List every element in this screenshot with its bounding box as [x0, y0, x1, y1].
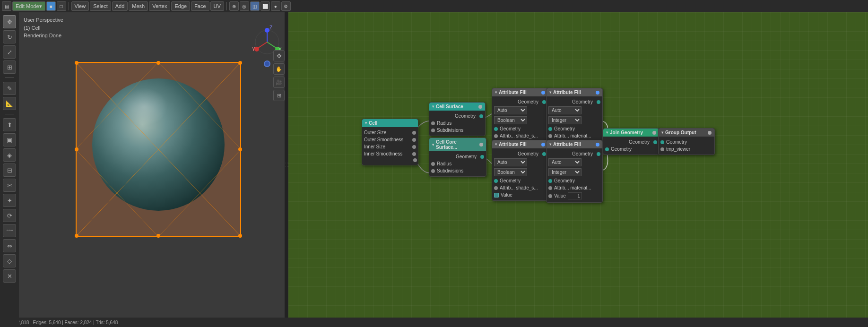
- input-af4-value[interactable]: [568, 192, 582, 199]
- menu-add[interactable]: Add: [112, 1, 128, 11]
- menu-mesh[interactable]: Mesh: [129, 1, 148, 11]
- tool-polypen[interactable]: ✦: [3, 194, 16, 207]
- socket-af1-geo-out[interactable]: [542, 100, 546, 104]
- node-join-geo-header[interactable]: ▾ Join Geometry: [603, 129, 659, 137]
- tool-smooth[interactable]: 〰: [3, 224, 16, 237]
- menu-select[interactable]: Select: [90, 1, 111, 11]
- tool-shrink[interactable]: ⇔: [3, 239, 16, 252]
- socket-cell-surface-geo-out[interactable]: [479, 114, 483, 118]
- select-af4-auto[interactable]: Auto: [548, 158, 582, 166]
- tool-measure[interactable]: 📐: [3, 97, 16, 110]
- mode-icon[interactable]: ▤: [2, 1, 11, 11]
- node-cell-core-surface[interactable]: ▾ Cell Core Surface... Geometry Radius S…: [429, 138, 486, 177]
- node-group-output[interactable]: ▾ Group Output Geometry tmp_viewer: [658, 128, 715, 155]
- proportional-icon[interactable]: ◎: [240, 1, 249, 11]
- socket-cell-core-geo-out[interactable]: [480, 155, 484, 159]
- tool-transform[interactable]: ⊞: [3, 60, 16, 74]
- tool-rotate[interactable]: ↻: [3, 30, 16, 43]
- node-join-geo-title: Join Geometry: [610, 130, 643, 135]
- object-icon-1[interactable]: ■: [46, 1, 56, 11]
- socket-core-radius-in[interactable]: [431, 162, 435, 166]
- menu-uv[interactable]: UV: [210, 1, 224, 11]
- tool-scale[interactable]: ⤢: [3, 45, 16, 59]
- socket-join-geo-out[interactable]: [653, 140, 657, 144]
- tool-inset[interactable]: ▣: [3, 133, 16, 146]
- tool-grid[interactable]: ⊞: [273, 90, 285, 101]
- socket-af2-geo-out[interactable]: [597, 100, 600, 104]
- xray-icon[interactable]: ⬜: [260, 1, 270, 11]
- tool-spin[interactable]: ⟳: [3, 209, 16, 222]
- select-af3-boolean[interactable]: Boolean: [494, 168, 527, 176]
- viewport-shade[interactable]: ●: [271, 1, 280, 11]
- socket-af4-geo-in[interactable]: [548, 179, 552, 183]
- socket-cell-out[interactable]: [413, 158, 417, 162]
- socket-af3-attrib[interactable]: [494, 186, 498, 190]
- select-af1-auto[interactable]: Auto: [494, 106, 527, 114]
- tool-rip[interactable]: ✕: [3, 269, 16, 283]
- tool-grab[interactable]: ✋: [273, 63, 285, 75]
- socket-subdiv-in[interactable]: [431, 129, 435, 132]
- node-attr-fill-4-header[interactable]: ▾ Attribute Fill: [547, 140, 602, 148]
- node-attr-fill-3[interactable]: ▾ Attribute Fill Geometry Auto Boolean G…: [492, 140, 548, 201]
- socket-af2-attrib[interactable]: [548, 134, 552, 138]
- settings-icon[interactable]: ⚙: [281, 1, 291, 11]
- socket-af4-value-in[interactable]: [548, 194, 552, 198]
- socket-inner-smooth[interactable]: [412, 152, 416, 156]
- socket-join-geo-in[interactable]: [605, 147, 609, 151]
- snap-icon[interactable]: ⊕: [229, 1, 239, 11]
- menu-vertex[interactable]: Vertex: [149, 1, 170, 11]
- node-join-geometry[interactable]: ▾ Join Geometry Geometry Geometry: [603, 128, 660, 155]
- socket-af2-geo-in[interactable]: [548, 127, 552, 131]
- node-attr-fill-1-header[interactable]: ▾ Attribute Fill: [492, 88, 548, 96]
- socket-af3-geo-in[interactable]: [494, 179, 498, 183]
- node-editor[interactable]: ▾ Cell Outer Size Outer Smoothness Inner…: [288, 12, 868, 318]
- gizmo-perspective-toggle[interactable]: [264, 60, 270, 67]
- node-attr-fill-3-header[interactable]: ▾ Attribute Fill: [492, 140, 548, 148]
- menu-edge[interactable]: Edge: [171, 1, 190, 11]
- socket-af3-geo-out[interactable]: [542, 152, 546, 156]
- viewport-divider[interactable]: ⋮⋮: [285, 12, 288, 318]
- socket-go-tmp-in[interactable]: [660, 147, 664, 151]
- tool-loopcut[interactable]: ⊟: [3, 164, 16, 177]
- checkbox-af3-value[interactable]: [494, 193, 499, 198]
- mode-dropdown[interactable]: Edit Mode ▾: [12, 1, 45, 11]
- overlay-icon[interactable]: ◫: [250, 1, 260, 11]
- tool-knife[interactable]: ✂: [3, 179, 16, 192]
- tool-bevel[interactable]: ◈: [3, 148, 16, 162]
- node-cell-header[interactable]: ▾ Cell: [362, 119, 418, 127]
- tool-cursor[interactable]: ✥: [273, 50, 285, 61]
- select-af2-auto[interactable]: Auto: [548, 106, 582, 114]
- socket-af1-attrib[interactable]: [494, 134, 498, 138]
- tool-extrude[interactable]: ⬆: [3, 118, 16, 131]
- socket-radius-in[interactable]: [431, 121, 435, 125]
- socket-af4-attrib[interactable]: [548, 186, 552, 190]
- viewport-3d[interactable]: User Perspective (1) Cell Rendering Done…: [19, 12, 288, 318]
- select-af4-integer[interactable]: Integer: [548, 168, 582, 176]
- tool-camera[interactable]: 🎥: [273, 77, 285, 88]
- select-af1-boolean[interactable]: Boolean: [494, 116, 527, 124]
- tool-select[interactable]: ✥: [3, 15, 16, 28]
- socket-af4-geo-out[interactable]: [597, 152, 600, 156]
- tool-annotate[interactable]: ✎: [3, 82, 16, 95]
- node-group-output-header[interactable]: ▾ Group Output: [659, 129, 714, 137]
- socket-af1-geo-in[interactable]: [494, 127, 498, 131]
- socket-core-subdiv-in[interactable]: [431, 169, 435, 173]
- node-cell-core-header[interactable]: ▾ Cell Core Surface...: [429, 138, 486, 151]
- socket-outer-size[interactable]: [412, 131, 416, 135]
- tool-shear[interactable]: ◇: [3, 254, 16, 267]
- node-attr-fill-4[interactable]: ▾ Attribute Fill Geometry Auto Integer G…: [546, 140, 603, 203]
- socket-outer-smooth[interactable]: [412, 138, 416, 142]
- node-cell-surface-header[interactable]: ▾ Cell Surface: [429, 103, 485, 111]
- node-attr-fill-2-header[interactable]: ▾ Attribute Fill: [547, 88, 602, 96]
- select-af3-auto[interactable]: Auto: [494, 158, 527, 166]
- menu-view[interactable]: View: [71, 1, 89, 11]
- select-af2-integer[interactable]: Integer: [548, 116, 582, 124]
- node-cell[interactable]: ▾ Cell Outer Size Outer Smoothness Inner…: [362, 119, 418, 165]
- node-cell-out-socket: [362, 157, 418, 163]
- socket-go-geo-in[interactable]: [660, 140, 664, 144]
- node-af4-integer: Integer: [547, 167, 602, 177]
- menu-face[interactable]: Face: [191, 1, 209, 11]
- socket-inner-size[interactable]: [412, 145, 416, 149]
- object-icon-2[interactable]: □: [57, 1, 66, 11]
- node-cell-surface[interactable]: ▾ Cell Surface Geometry Radius Subdivisi…: [429, 102, 486, 136]
